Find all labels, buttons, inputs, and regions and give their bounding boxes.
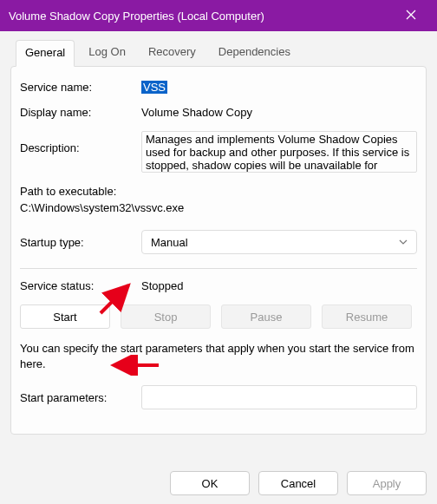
window-title: Volume Shadow Copy Properties (Local Com… [9, 10, 394, 23]
value-service-status: Stopped [141, 279, 183, 292]
start-button[interactable]: Start [20, 304, 110, 329]
divider [20, 268, 417, 269]
tab-general[interactable]: General [16, 40, 75, 67]
tabs: General Log On Recovery Dependencies [0, 31, 437, 67]
service-control-buttons: Start Stop Pause Resume [20, 304, 417, 329]
close-icon [406, 10, 416, 20]
dialog-footer: OK Cancel Apply [170, 471, 427, 495]
label-startup-type: Startup type: [20, 236, 141, 249]
startup-type-select[interactable]: Manual [141, 230, 417, 254]
label-service-name: Service name: [20, 81, 141, 94]
cancel-button[interactable]: Cancel [258, 471, 338, 495]
tab-dependencies[interactable]: Dependencies [210, 40, 299, 67]
label-display-name: Display name: [20, 106, 141, 119]
value-path: C:\Windows\system32\vssvc.exe [20, 201, 417, 214]
label-service-status: Service status: [20, 279, 141, 292]
note-text: You can specify the start parameters tha… [20, 341, 417, 371]
label-start-parameters: Start parameters: [20, 391, 141, 404]
path-block: Path to executable: C:\Windows\system32\… [20, 185, 417, 214]
tab-recovery[interactable]: Recovery [140, 40, 205, 67]
start-parameters-input[interactable] [141, 385, 417, 409]
ok-button[interactable]: OK [170, 471, 250, 495]
value-display-name: Volume Shadow Copy [141, 106, 252, 119]
panel-general: Service name: VSS Display name: Volume S… [10, 66, 427, 435]
chevron-down-icon [399, 236, 408, 249]
value-description[interactable]: Manages and implements Volume Shadow Cop… [141, 131, 417, 173]
resume-button: Resume [322, 304, 412, 329]
pause-button: Pause [221, 304, 311, 329]
label-path: Path to executable: [20, 185, 417, 198]
stop-button: Stop [121, 304, 211, 329]
value-startup-type: Manual [151, 236, 188, 249]
apply-button: Apply [347, 471, 427, 495]
titlebar: Volume Shadow Copy Properties (Local Com… [0, 0, 437, 31]
label-description: Description: [20, 131, 141, 154]
tab-log-on[interactable]: Log On [80, 40, 134, 67]
close-button[interactable] [394, 9, 428, 23]
value-service-name: VSS [141, 81, 167, 94]
